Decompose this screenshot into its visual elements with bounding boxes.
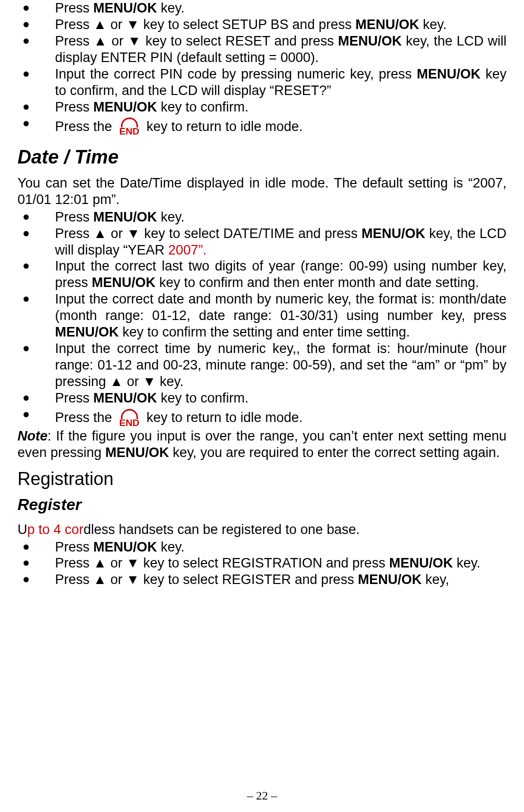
text: key to confirm the setting and enter tim…: [119, 324, 410, 340]
menu-ok-label: MENU/OK: [94, 0, 158, 16]
text: dless handsets can be registered to one …: [84, 522, 360, 537]
list-item: Press the END key to return to idle mode…: [18, 116, 506, 137]
text: key to confirm.: [157, 390, 248, 406]
text: Press: [55, 390, 94, 406]
end-key-icon: END: [118, 118, 141, 136]
text: Press ▲ or ▼ key to select DATE/TIME and…: [55, 226, 362, 241]
list-item: Press ▲ or ▼ key to select REGISTRATION …: [18, 555, 506, 572]
text: Press: [55, 0, 94, 16]
text: key.: [157, 0, 184, 16]
text: key to confirm and then enter month and …: [156, 275, 479, 290]
list-item: Input the correct PIN code by pressing n…: [18, 66, 506, 99]
list-item: Press MENU/OK key.: [18, 209, 506, 226]
text: Input the correct PIN code by pressing n…: [55, 66, 417, 82]
text: U: [18, 522, 28, 537]
heading-date-time: Date / Time: [18, 146, 506, 168]
list-item: Press ▲ or ▼ key to select SETUP BS and …: [18, 16, 506, 33]
list-item: Press ▲ or ▼ key to select REGISTER and …: [18, 572, 506, 588]
heading-registration: Registration: [18, 468, 506, 490]
text: key,: [422, 572, 449, 587]
heading-register: Register: [18, 495, 506, 514]
menu-ok-label: MENU/OK: [94, 390, 158, 406]
end-key-label: END: [118, 417, 141, 428]
list-item: Input the correct last two digits of yea…: [18, 258, 506, 291]
menu-ok-label: MENU/OK: [94, 100, 158, 114]
menu-ok-label: MENU/OK: [358, 572, 422, 587]
text: Input the correct time by numeric key,, …: [55, 341, 506, 389]
text: key, you are required to enter the corre…: [169, 445, 500, 460]
text: Press ▲ or ▼ key to select REGISTER and …: [55, 572, 358, 587]
text: Input the correct date and month by nume…: [55, 292, 506, 323]
text: Press: [55, 100, 94, 114]
text: key.: [157, 540, 184, 554]
text: key.: [453, 556, 480, 570]
highlight-text: 2007”.: [168, 242, 207, 258]
text: Press ▲ or ▼ key to select REGISTRATION …: [55, 556, 389, 570]
list-item: Press ▲ or ▼ key to select RESET and pre…: [18, 33, 506, 66]
text: Press: [55, 540, 94, 554]
date-time-intro: You can set the Date/Time displayed in i…: [18, 175, 506, 208]
note: Note: If the figure you input is over th…: [18, 428, 506, 461]
list-item: Press the END key to return to idle mode…: [18, 406, 506, 428]
list-item: Press MENU/OK key.: [18, 0, 506, 16]
end-key-label: END: [118, 126, 141, 137]
menu-ok-label: MENU/OK: [362, 226, 426, 241]
menu-ok-label: MENU/OK: [389, 556, 453, 570]
instruction-list-2: Press MENU/OK key. Press ▲ or ▼ key to s…: [18, 209, 506, 428]
list-item: Press ▲ or ▼ key to select DATE/TIME and…: [18, 226, 506, 258]
menu-ok-label: MENU/OK: [338, 34, 402, 48]
text: key.: [419, 17, 446, 32]
instruction-list-1: Press MENU/OK key. Press ▲ or ▼ key to s…: [18, 0, 506, 136]
menu-ok-label: MENU/OK: [55, 324, 119, 340]
text: Press: [55, 210, 94, 224]
text: key to return to idle mode.: [143, 410, 303, 425]
list-item: Press MENU/OK key to confirm.: [18, 390, 506, 406]
list-item: Input the correct time by numeric key,, …: [18, 340, 506, 390]
list-item: Press MENU/OK key to confirm.: [18, 99, 506, 116]
list-item: Press MENU/OK key.: [18, 539, 506, 556]
page: Press MENU/OK key. Press ▲ or ▼ key to s…: [0, 0, 524, 812]
menu-ok-label: MENU/OK: [94, 540, 158, 554]
text: Press the: [55, 119, 116, 134]
highlight-text: p to 4 cor: [28, 522, 84, 537]
instruction-list-3: Press MENU/OK key. Press ▲ or ▼ key to s…: [18, 539, 506, 588]
note-label: Note: [18, 428, 48, 444]
menu-ok-label: MENU/OK: [356, 17, 420, 32]
text: key to return to idle mode.: [143, 119, 303, 134]
menu-ok-label: MENU/OK: [106, 445, 170, 460]
text: Press the: [55, 410, 116, 425]
menu-ok-label: MENU/OK: [92, 275, 156, 290]
end-key-icon: END: [118, 410, 141, 427]
text: key.: [157, 210, 184, 224]
register-intro: Up to 4 cordless handsets can be registe…: [18, 522, 506, 538]
text: Press ▲ or ▼ key to select SETUP BS and …: [55, 17, 356, 32]
text: key to confirm.: [157, 100, 248, 114]
menu-ok-label: MENU/OK: [94, 210, 158, 224]
text: Press ▲ or ▼ key to select RESET and pre…: [55, 34, 338, 48]
list-item: Input the correct date and month by nume…: [18, 291, 506, 340]
page-number: – 22 –: [0, 788, 524, 803]
menu-ok-label: MENU/OK: [417, 66, 481, 82]
